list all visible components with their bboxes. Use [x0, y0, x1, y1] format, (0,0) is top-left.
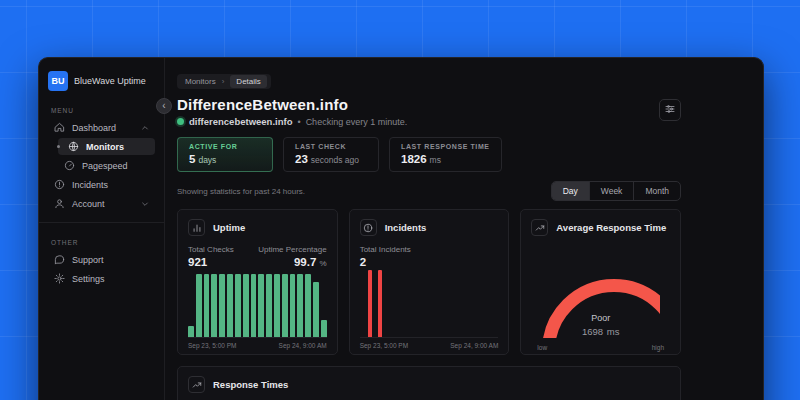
- axis-tick-start: Sep 23, 5:00 PM: [188, 342, 236, 349]
- last-check-unit: seconds ago: [311, 155, 359, 165]
- sidebar-item-support[interactable]: Support: [48, 251, 155, 268]
- gauge-readout: Poor 1698 ms: [531, 313, 670, 338]
- incident-bar: [368, 270, 372, 337]
- sidebar-item-account[interactable]: Account: [48, 195, 155, 212]
- axis-tick-start: Sep 23, 5:00 PM: [360, 342, 408, 349]
- range-toggle-day[interactable]: Day: [552, 182, 589, 200]
- range-toggle: Day Week Month: [551, 181, 681, 201]
- app-logo-row: BU BlueWave Uptime: [48, 71, 155, 91]
- gauge-axis-labels: low high: [537, 344, 664, 351]
- incident-bar: [378, 270, 382, 337]
- status-card-value: 23seconds ago: [295, 153, 367, 165]
- up-status-dot: [177, 118, 184, 125]
- chevron-down-icon: [141, 200, 149, 208]
- sidebar-item-pagespeed[interactable]: Pagespeed: [58, 157, 155, 174]
- sidebar-item-label: Incidents: [72, 180, 108, 190]
- uptime-bar: [227, 274, 233, 337]
- user-icon: [54, 198, 65, 209]
- last-response-time-card: LAST RESPONSE TIME 1826ms: [389, 137, 502, 172]
- alert-circle-icon: [360, 219, 377, 236]
- avg-response-time-card: Average Response Time Poor 1698 ms low h…: [520, 209, 681, 355]
- sidebar-item-dashboard[interactable]: Dashboard: [48, 119, 155, 136]
- trend-line-icon: [531, 219, 548, 236]
- response-times-card: Response Times: [177, 366, 681, 400]
- gear-icon: [54, 273, 65, 284]
- monitor-configure-button[interactable]: [659, 99, 681, 121]
- gauge-high-label: high: [652, 344, 664, 351]
- uptime-bar: [211, 274, 217, 337]
- uptime-bar: [204, 274, 210, 337]
- uptime-bar: [219, 274, 225, 337]
- status-card-value: 5days: [189, 153, 261, 165]
- status-card-label: ACTIVE FOR: [189, 143, 261, 150]
- card-title: Uptime: [213, 222, 245, 233]
- status-cards-row: ACTIVE FOR 5days LAST CHECK 23seconds ag…: [177, 137, 681, 172]
- metric-value: 2: [360, 256, 411, 268]
- app-logo: BU: [48, 71, 68, 91]
- sidebar-item-monitors[interactable]: Monitors: [58, 138, 155, 155]
- incidents-card-header: Incidents: [360, 219, 499, 236]
- sidebar-item-label: Monitors: [86, 142, 124, 152]
- app-name: BlueWave Uptime: [74, 76, 146, 86]
- alert-circle-icon: [54, 179, 65, 190]
- stats-note: Showing statistics for past 24 hours.: [177, 187, 305, 196]
- uptime-percentage-metric: Uptime Percentage 99.7 %: [258, 245, 326, 268]
- incidents-card: Incidents Total Incidents 2 Sep 23, 5:00…: [349, 209, 510, 355]
- active-for-card: ACTIVE FOR 5days: [177, 137, 273, 172]
- uptime-chart-axis: Sep 23, 5:00 PM Sep 24, 9:00 AM: [188, 337, 327, 354]
- sidebar-item-label: Settings: [72, 274, 105, 284]
- axis-tick-end: Sep 24, 9:00 AM: [450, 342, 498, 349]
- metric-value: 921: [188, 256, 234, 268]
- uptime-metrics: Total Checks 921 Uptime Percentage 99.7 …: [188, 245, 327, 268]
- sidebar-item-settings[interactable]: Settings: [48, 270, 155, 287]
- sidebar-divider: [39, 222, 164, 223]
- sidebar-item-label: Pagespeed: [82, 161, 128, 171]
- uptime-pct: 99.7: [294, 256, 316, 268]
- metric-label: Total Checks: [188, 245, 234, 254]
- page-title: DifferenceBetween.info: [177, 96, 681, 113]
- sliders-icon: [664, 103, 676, 118]
- gauge-value: 1698 ms: [531, 323, 670, 338]
- desktop-background: BU BlueWave Uptime ‹ MENU Dashboard Moni…: [0, 0, 800, 400]
- checking-interval-note: Checking every 1 minute.: [306, 117, 408, 127]
- sidebar-item-label: Dashboard: [72, 123, 116, 133]
- breadcrumb: Monitors › Details: [177, 74, 271, 89]
- uptime-bar: [274, 274, 280, 337]
- sidebar-item-label: Support: [72, 255, 104, 265]
- incidents-metrics: Total Incidents 2: [360, 245, 499, 268]
- uptime-bar-chart: [188, 268, 327, 337]
- card-title: Incidents: [385, 222, 427, 233]
- range-toggle-month[interactable]: Month: [633, 182, 680, 200]
- stat-cards-row: Uptime Total Checks 921 Uptime Percentag…: [177, 209, 681, 355]
- range-toggle-week[interactable]: Week: [589, 182, 634, 200]
- uptime-bar: [235, 274, 241, 337]
- uptime-bar: [258, 274, 264, 337]
- trend-line-icon: [188, 376, 205, 393]
- tree-dot: [57, 145, 60, 148]
- axis-tick-end: Sep 24, 9:00 AM: [279, 342, 327, 349]
- breadcrumb-monitors[interactable]: Monitors: [185, 77, 216, 86]
- uptime-bar: [321, 320, 327, 337]
- uptime-bar: [251, 274, 257, 337]
- incidents-chart-axis: Sep 23, 5:00 PM Sep 24, 9:00 AM: [360, 337, 499, 354]
- breadcrumb-details[interactable]: Details: [230, 75, 266, 88]
- sidebar-section-other: OTHER: [51, 239, 155, 246]
- card-title: Response Times: [213, 379, 288, 390]
- metric-value: 99.7 %: [258, 256, 326, 268]
- status-card-value: 1826ms: [401, 153, 490, 165]
- gauge-ms-value: 1698: [582, 326, 603, 337]
- uptime-bar: [266, 274, 272, 337]
- uptime-bar: [313, 282, 319, 337]
- last-check-value: 23: [295, 153, 308, 165]
- monitor-host: differencebetween.info: [189, 116, 292, 127]
- uptime-bar: [282, 274, 288, 337]
- bullet-separator: •: [297, 117, 300, 127]
- status-card-label: LAST RESPONSE TIME: [401, 143, 490, 150]
- app-window: BU BlueWave Uptime ‹ MENU Dashboard Moni…: [38, 57, 764, 400]
- uptime-bar: [290, 274, 296, 337]
- globe-icon: [68, 141, 79, 152]
- last-response-unit: ms: [430, 155, 441, 165]
- uptime-bar: [196, 274, 202, 337]
- sidebar-item-incidents[interactable]: Incidents: [48, 176, 155, 193]
- card-title: Average Response Time: [556, 222, 666, 233]
